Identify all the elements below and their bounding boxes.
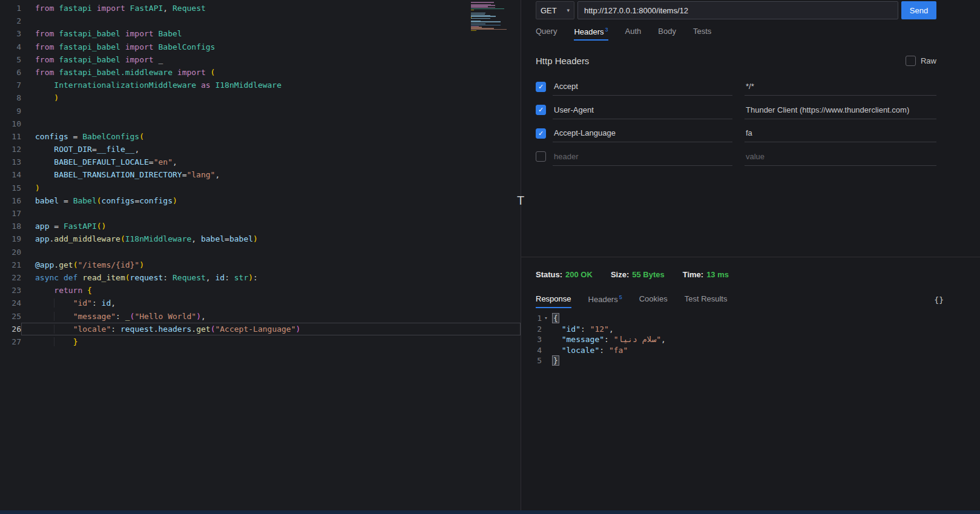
fold-arrow-icon[interactable]: ▾ [542, 313, 550, 324]
code-line[interactable]: 27 } [0, 335, 521, 348]
code-text: from fastapi_babel import _ [21, 53, 521, 66]
code-text [21, 117, 521, 130]
url-input[interactable] [577, 1, 898, 19]
fold-spacer [542, 345, 550, 356]
line-number: 1 [0, 2, 21, 15]
code-text [21, 246, 521, 259]
header-row: ✓ [536, 75, 936, 99]
tab-label: Headers [588, 295, 618, 304]
raw-checkbox[interactable] [906, 56, 916, 66]
header-checkbox[interactable]: ✓ [536, 82, 546, 92]
json-line: 3 "message": "سلام دنیا", [536, 334, 936, 345]
code-line[interactable]: 15) [0, 182, 521, 194]
raw-toggle[interactable]: Raw [906, 56, 936, 66]
header-value-input[interactable] [745, 101, 936, 119]
code-text [21, 15, 521, 27]
send-button[interactable]: Send [901, 1, 936, 19]
header-name-input[interactable] [553, 124, 732, 142]
tab-response[interactable]: Response [536, 294, 571, 308]
header-value-input[interactable] [745, 77, 936, 96]
code-line[interactable]: 16babel = Babel(configs=configs) [0, 194, 521, 207]
code-line[interactable]: 13 BABEL_DEFAULT_LOCALE="en", [0, 156, 521, 168]
json-code: "id": "12", [550, 324, 614, 335]
code-line[interactable]: 2 [0, 15, 521, 27]
code-line[interactable]: 5from fastapi_babel import _ [0, 53, 521, 66]
header-checkbox[interactable]: ✓ [536, 105, 546, 115]
json-line: 4 "locale": "fa" [536, 345, 936, 356]
chevron-down-icon: ▾ [567, 7, 570, 13]
code-line[interactable]: 3from fastapi_babel import Babel [0, 27, 521, 40]
header-checkbox[interactable]: ✓ [536, 128, 546, 139]
tab-label: Query [536, 27, 557, 36]
json-line-number: 1 [536, 313, 542, 324]
header-name-input[interactable] [553, 77, 732, 96]
json-code: } [550, 355, 559, 366]
code-text: BABEL_TRANSLATION_DIRECTORY="lang", [21, 168, 521, 181]
method-select[interactable]: GET ▾ [536, 1, 574, 19]
json-line-number: 3 [536, 334, 542, 345]
code-line[interactable]: 19app.add_middleware(I18nMiddleware, bab… [0, 232, 521, 245]
status-label: Status: [536, 270, 562, 279]
line-number: 6 [0, 66, 21, 79]
code-line[interactable]: 1from fastapi import FastAPI, Request [0, 2, 521, 15]
line-number: 13 [0, 156, 21, 168]
code-line[interactable]: 18app = FastAPI() [0, 220, 521, 232]
code-line[interactable]: 6from fastapi_babel.middleware import ( [0, 66, 521, 79]
editor-overlay-glyph: T [517, 194, 524, 208]
code-line[interactable]: 8 ) [0, 91, 521, 104]
header-name-input[interactable] [553, 148, 732, 166]
code-line[interactable]: 20 [0, 246, 521, 259]
size-group: Size: 55 Bytes [611, 270, 665, 279]
tab-headers[interactable]: Headers3 [574, 27, 608, 41]
code-line[interactable]: 4from fastapi_babel import BabelConfigs [0, 41, 521, 53]
minimap[interactable] [471, 2, 518, 31]
http-headers-row: Http Headers Raw [536, 56, 936, 66]
minimap-line [471, 16, 496, 17]
tab-body[interactable]: Body [658, 27, 676, 41]
time-group: Time: 13 ms [683, 270, 729, 279]
code-line[interactable]: 22async def read_item(request: Request, … [0, 271, 521, 284]
code-text: from fastapi_babel import Babel [21, 27, 521, 40]
code-text: from fastapi import FastAPI, Request [21, 2, 521, 15]
tab-test-results[interactable]: Test Results [685, 294, 728, 308]
status-value: 200 OK [565, 270, 593, 279]
code-line[interactable]: 24 "id": id, [0, 297, 521, 309]
fold-spacer [542, 334, 550, 345]
code-line[interactable]: 7 InternationalizationMiddleware as I18n… [0, 79, 521, 91]
code-line[interactable]: 21@app.get("/items/{id}") [0, 259, 521, 271]
code-editor[interactable]: 1from fastapi import FastAPI, Request23f… [0, 0, 521, 514]
tab-auth[interactable]: Auth [625, 27, 642, 41]
json-line-number: 2 [536, 324, 542, 335]
fold-spacer [542, 324, 550, 335]
code-line[interactable]: 14 BABEL_TRANSLATION_DIRECTORY="lang", [0, 168, 521, 181]
code-line[interactable]: 26 "locale": request.headers.get("Accept… [0, 323, 521, 335]
code-line[interactable]: 9 [0, 105, 521, 117]
code-text: app.add_middleware(I18nMiddleware, babel… [21, 232, 521, 245]
tab-query[interactable]: Query [536, 27, 557, 41]
tab-headers[interactable]: Headers5 [588, 294, 622, 308]
code-line[interactable]: 10 [0, 117, 521, 130]
line-number: 27 [0, 335, 21, 348]
line-number: 20 [0, 246, 21, 259]
header-name-input[interactable] [553, 101, 732, 119]
tab-tests[interactable]: Tests [693, 27, 711, 41]
header-value-input[interactable] [745, 124, 936, 142]
tab-label: Headers [574, 27, 603, 36]
header-value-input[interactable] [745, 148, 936, 166]
format-json-icon[interactable]: {} [934, 295, 944, 305]
headers-list: ✓✓✓ [536, 75, 936, 168]
line-number: 17 [0, 207, 21, 220]
code-line[interactable]: 11configs = BabelConfigs( [0, 130, 521, 143]
code-line[interactable]: 25 "message": _("Hello World"), [0, 310, 521, 323]
status-line: Status: 200 OK Size: 55 Bytes Time: 13 m… [536, 270, 936, 279]
code-text: from fastapi_babel import BabelConfigs [21, 41, 521, 53]
line-number: 22 [0, 271, 21, 284]
code-line[interactable]: 17 [0, 207, 521, 220]
header-row: ✓ [536, 122, 936, 145]
request-bar: GET ▾ Send [536, 1, 936, 19]
code-line[interactable]: 23 return { [0, 284, 521, 297]
tab-cookies[interactable]: Cookies [639, 294, 668, 308]
code-line[interactable]: 12 ROOT_DIR=__file__, [0, 143, 521, 156]
tab-count-badge: 5 [619, 294, 622, 300]
header-checkbox[interactable] [536, 151, 546, 162]
